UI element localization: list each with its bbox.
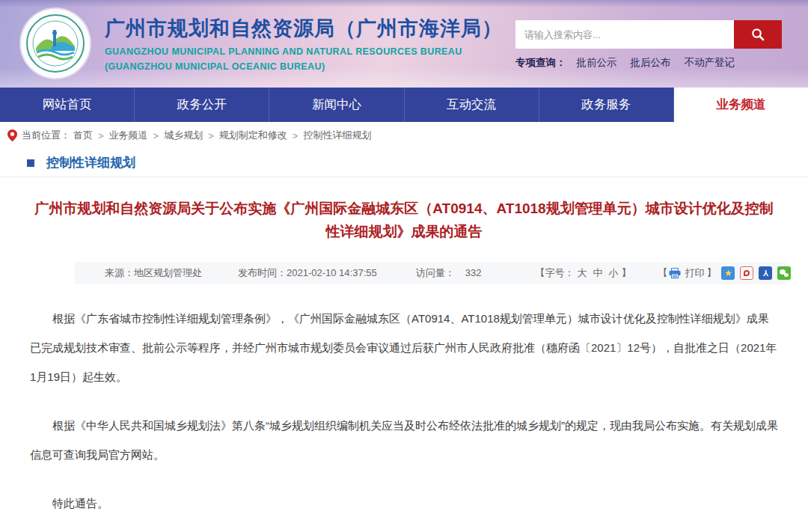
meta-time-label: 发布时间： — [238, 267, 287, 278]
qzone-favorite-icon[interactable]: ★ — [721, 266, 735, 280]
font-size-large-button[interactable]: 大 — [577, 267, 587, 278]
meta-source-label: 来源： — [105, 267, 134, 278]
breadcrumb-separator: > — [98, 130, 104, 141]
printer-icon — [669, 268, 681, 278]
breadcrumb-item-plan-formulation[interactable]: 规划制定和修改 — [219, 129, 287, 142]
print-button[interactable]: 打印 — [685, 266, 704, 280]
nav-item-home[interactable]: 网站首页 — [0, 88, 135, 122]
site-subtitle-en-1: GUANGZHOU MUNICIPAL PLANNING AND NATURAL… — [105, 46, 503, 57]
meta-views-value: 332 — [465, 267, 482, 278]
nav-item-gov-disclosure[interactable]: 政务公开 — [135, 88, 269, 122]
meta-publish-time: 发布时间：2021-02-10 14:37:55 — [238, 266, 377, 280]
meta-time-value: 2021-02-10 14:37:55 — [287, 267, 377, 278]
font-size-small-button[interactable]: 小 — [608, 267, 618, 278]
bureau-emblem-icon — [25, 13, 85, 73]
breadcrumb-item-urban-rural-planning[interactable]: 城乡规划 — [164, 129, 203, 142]
article-paragraph: 根据《广东省城市控制性详细规划管理条例》，《广州国际金融城东区（AT0914、A… — [30, 304, 778, 391]
meta-view-count: 访问量：332 — [416, 266, 482, 280]
font-size-control: 【字号：大中小】 — [535, 266, 631, 280]
section-header: 控制性详细规划 — [0, 149, 808, 177]
header-tools: 专项查询： 批前公示 批后公布 不动产登记 — [515, 20, 782, 70]
site-title: 广州市规划和自然资源局（广州市海洋局） — [105, 15, 503, 42]
quick-links: 专项查询： 批前公示 批后公布 不动产登记 — [515, 56, 782, 70]
quick-link-real-estate-registration[interactable]: 不动产登记 — [685, 56, 735, 70]
quick-link-post-approval-announcement[interactable]: 批后公布 — [631, 56, 671, 70]
section-title: 控制性详细规划 — [46, 154, 135, 171]
article-meta-bar: 来源：地区规划管理处 发布时间：2021-02-10 14:37:55 访问量：… — [75, 262, 786, 284]
font-size-suffix: 】 — [621, 267, 631, 278]
breadcrumb: 当前位置： 首页 > 业务频道 > 城乡规划 > 规划制定和修改 > 控制性详细… — [0, 122, 808, 149]
meta-source: 来源：地区规划管理处 — [105, 266, 202, 280]
nav-item-news-center[interactable]: 新闻中心 — [269, 88, 404, 122]
article-title: 广州市规划和自然资源局关于公布实施《广州国际金融城东区（AT0914、AT101… — [0, 197, 808, 244]
nav-item-gov-services[interactable]: 政务服务 — [539, 88, 674, 122]
breadcrumb-separator: > — [208, 130, 214, 141]
search-bar — [515, 20, 782, 49]
site-subtitle-en-2: (GUANGZHOU MUNICIPAL OCEANIC BUREAU) — [105, 61, 503, 72]
weibo-icon[interactable] — [740, 266, 753, 280]
breadcrumb-item-home[interactable]: 首页 — [73, 129, 93, 142]
bureau-logo — [21, 9, 90, 78]
wechat-icon[interactable] — [777, 266, 791, 280]
meta-source-value: 地区规划管理处 — [134, 267, 202, 278]
print-suffix: 】 — [706, 266, 716, 280]
breadcrumb-item-business-channel[interactable]: 业务频道 — [109, 129, 148, 142]
breadcrumb-separator: > — [153, 130, 159, 141]
print-control[interactable]: 【 打印 】 — [658, 266, 716, 280]
nav-item-interaction[interactable]: 互动交流 — [405, 88, 539, 122]
main-nav: 网站首页 政务公开 新闻中心 互动交流 政务服务 业务频道 — [0, 88, 808, 122]
site-titles: 广州市规划和自然资源局（广州市海洋局） GUANGZHOU MUNICIPAL … — [105, 15, 503, 72]
search-input[interactable] — [515, 20, 734, 49]
article-body: 根据《广东省城市控制性详细规划管理条例》，《广州国际金融城东区（AT0914、A… — [0, 304, 808, 532]
nav-item-business-channel[interactable]: 业务频道 — [674, 88, 808, 122]
page: 广州市规划和自然资源局（广州市海洋局） GUANGZHOU MUNICIPAL … — [0, 0, 808, 532]
breadcrumb-label: 当前位置： — [22, 129, 70, 142]
site-branding: 广州市规划和自然资源局（广州市海洋局） GUANGZHOU MUNICIPAL … — [21, 9, 503, 78]
print-prefix: 【 — [658, 266, 667, 280]
quick-link-pre-approval-publicity[interactable]: 批前公示 — [577, 56, 617, 70]
search-button[interactable] — [734, 20, 782, 49]
article-paragraph: 根据《中华人民共和国城乡规划法》第八条“城乡规划组织编制机关应当及时公布经依法批… — [30, 411, 778, 469]
location-pin-icon — [7, 129, 17, 141]
breadcrumb-separator: > — [293, 130, 299, 141]
article: 广州市规划和自然资源局关于公布实施《广州国际金融城东区（AT0914、AT101… — [0, 177, 808, 532]
quick-links-label: 专项查询： — [515, 56, 566, 70]
meta-views-label: 访问量： — [416, 267, 455, 278]
font-size-prefix: 【字号： — [535, 267, 574, 278]
section-bullet-icon — [27, 159, 34, 167]
search-icon — [751, 28, 765, 41]
article-paragraph-notice: 特此通告。 — [30, 489, 778, 518]
site-header: 广州市规划和自然资源局（广州市海洋局） GUANGZHOU MUNICIPAL … — [0, 0, 808, 88]
share-buttons: ★ Y — [716, 266, 791, 280]
renren-icon[interactable]: Y — [759, 266, 772, 280]
font-size-medium-button[interactable]: 中 — [593, 267, 602, 278]
breadcrumb-item-current: 控制性详细规划 — [303, 129, 371, 142]
